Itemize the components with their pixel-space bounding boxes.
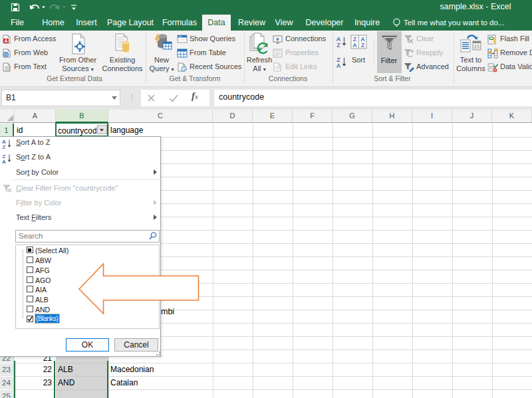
svg-text:A: A [2, 159, 6, 164]
svg-text:Z: Z [3, 144, 6, 149]
svg-text:A: A [352, 42, 357, 49]
svg-text:Z: Z [336, 42, 340, 48]
svg-text:Z: Z [361, 42, 365, 49]
svg-text:A: A [4, 39, 7, 43]
